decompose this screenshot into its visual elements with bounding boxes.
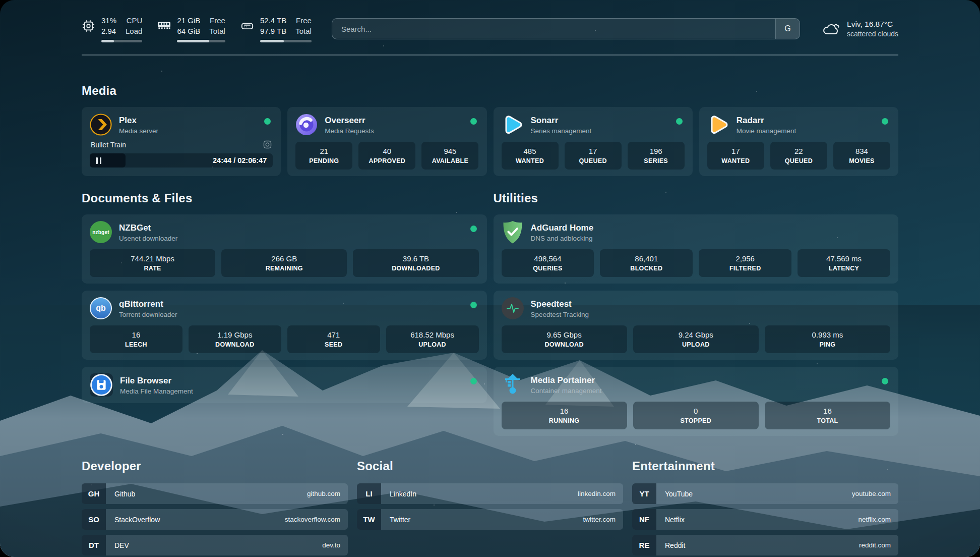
stat-total: 16TOTAL (765, 402, 890, 429)
bookmark-twitter[interactable]: TW Twitter twitter.com (357, 509, 623, 530)
app-subtitle: Media Requests (325, 127, 374, 135)
status-dot (470, 226, 477, 232)
plex-icon (90, 114, 112, 136)
bookmark-name: Reddit (665, 541, 685, 549)
section-title-social: Social (357, 459, 623, 473)
app-card-overseerr[interactable]: Overseerr Media Requests 21PENDING 40APP… (287, 107, 486, 176)
top-bar: 31% 2.94 CPU Load (82, 15, 898, 42)
section-title-documents: Documents & Files (82, 191, 487, 205)
bookmark-reddit[interactable]: RE Reddit reddit.com (632, 535, 898, 555)
bookmark-name: StackOverflow (114, 516, 160, 524)
dashboard-screen: 31% 2.94 CPU Load (0, 0, 980, 557)
weather-widget[interactable]: Lviv, 16.87°C scattered clouds (822, 19, 898, 39)
disk-total-label: Total (295, 26, 312, 36)
bookmark-github[interactable]: GH Github github.com (82, 483, 348, 504)
bookmark-linkedin[interactable]: LI LinkedIn linkedin.com (357, 483, 623, 504)
bookmark-badge: YT (632, 483, 656, 504)
documents-column: Documents & Files nzbget NZBGet Usenet d… (82, 191, 487, 436)
bookmark-url: stackoverflow.com (285, 516, 340, 523)
app-subtitle: Media File Management (120, 387, 193, 395)
stat-upload: 618.52 MbpsUPLOAD (386, 325, 479, 353)
bookmark-stackoverflow[interactable]: SO StackOverflow stackoverflow.com (82, 509, 348, 530)
stat-available: 945AVAILABLE (421, 142, 478, 170)
app-card-portainer[interactable]: Media Portainer Container management 16R… (494, 367, 899, 436)
app-card-adguard[interactable]: AdGuard Home DNS and adblocking 498,564Q… (494, 214, 899, 284)
qbittorrent-icon: qb (90, 297, 112, 319)
now-playing-title: Bullet Train (91, 141, 126, 149)
memory-total-value: 64 GiB (177, 26, 200, 36)
app-card-radarr[interactable]: Radarr Movie management 17WANTED 22QUEUE… (699, 107, 898, 176)
status-dot (676, 118, 683, 125)
playback-time: 24:44 / 02:06:47 (213, 156, 273, 164)
bookmark-url: netflix.com (858, 516, 891, 523)
stat-upload: 9.24 GbpsUPLOAD (633, 325, 759, 353)
cpu-usage-label: CPU (126, 15, 142, 26)
speedtest-icon (502, 297, 524, 319)
bookmark-badge: NF (632, 509, 656, 530)
app-title: Sonarr (531, 115, 592, 126)
stat-movies: 834MOVIES (833, 142, 890, 170)
bookmark-badge: TW (357, 509, 381, 530)
bookmark-badge: LI (357, 483, 381, 504)
app-card-speedtest[interactable]: Speedtest Speedtest Tracking 9.65 GbpsDO… (494, 291, 899, 360)
media-row: Plex Media server Bullet Train (82, 107, 898, 176)
stat-leech: 16LEECH (90, 325, 182, 353)
bookmark-name: LinkedIn (390, 490, 416, 498)
app-card-plex[interactable]: Plex Media server Bullet Train (82, 107, 281, 176)
bookmark-url: github.com (307, 490, 340, 497)
bookmark-name: Github (114, 490, 135, 498)
section-title-developer: Developer (82, 459, 348, 473)
disk-icon (240, 19, 254, 33)
stat-seed: 471SEED (287, 325, 380, 353)
stat-rate: 744.21 MbpsRATE (90, 249, 215, 277)
cpu-usage-value: 31% (101, 15, 116, 26)
stat-blocked: 86,401BLOCKED (600, 249, 693, 277)
search-input[interactable] (332, 19, 775, 39)
system-widgets: 31% 2.94 CPU Load (82, 15, 312, 42)
header-divider (82, 54, 898, 55)
app-card-sonarr[interactable]: Sonarr Series management 485WANTED 17QUE… (494, 107, 693, 176)
bookmark-badge: SO (82, 509, 106, 530)
cloud-icon (822, 21, 840, 36)
search-engine-button[interactable]: G (775, 19, 800, 39)
disk-free-value: 52.4 TB (260, 15, 286, 26)
stat-queries: 498,564QUERIES (502, 249, 594, 277)
app-subtitle: Container management (531, 387, 602, 395)
app-subtitle: Movie management (737, 127, 797, 135)
cpu-load-label: Load (126, 26, 142, 36)
filebrowser-icon (90, 373, 113, 397)
playback-progress-bar: 24:44 / 02:06:47 (90, 153, 273, 168)
bookmark-netflix[interactable]: NF Netflix netflix.com (632, 509, 898, 530)
cpu-widget: 31% 2.94 CPU Load (82, 15, 142, 42)
app-card-filebrowser[interactable]: File Browser Media File Management (82, 367, 487, 403)
snow-particles (0, 0, 1, 1)
bookmark-youtube[interactable]: YT YouTube youtube.com (632, 483, 898, 504)
bookmark-dev[interactable]: DT DEV dev.to (82, 535, 348, 555)
app-subtitle: Torrent downloader (119, 311, 177, 318)
section-title-media: Media (82, 84, 898, 98)
bookmark-name: Twitter (390, 516, 410, 524)
disk-free-label: Free (295, 15, 312, 26)
stat-latency: 47.569 msLATENCY (798, 249, 890, 277)
app-title: NZBGet (119, 222, 177, 233)
cpu-icon (82, 19, 95, 33)
stat-running: 16RUNNING (502, 402, 627, 429)
app-card-qbittorrent[interactable]: qb qBittorrent Torrent downloader 16LEEC… (82, 291, 487, 360)
app-title: Radarr (737, 115, 797, 126)
stat-approved: 40APPROVED (358, 142, 415, 170)
app-subtitle: DNS and adblocking (531, 235, 594, 242)
status-dot (470, 378, 477, 384)
status-dot (882, 118, 888, 125)
plex-now-playing: Bullet Train 24:44 / 02:06:47 (90, 140, 273, 168)
overseerr-icon (295, 114, 318, 136)
app-card-nzbget[interactable]: nzbget NZBGet Usenet downloader 744.21 M… (82, 214, 487, 284)
sonarr-icon (502, 114, 524, 136)
bookmark-url: youtube.com (852, 490, 891, 497)
app-title: qBittorrent (119, 299, 177, 309)
portainer-icon (502, 373, 524, 396)
bookmark-name: Netflix (665, 516, 685, 524)
pause-button[interactable] (96, 157, 101, 164)
search-bar: G (332, 18, 800, 39)
nzbget-icon: nzbget (90, 221, 112, 243)
stat-pending: 21PENDING (295, 142, 352, 170)
